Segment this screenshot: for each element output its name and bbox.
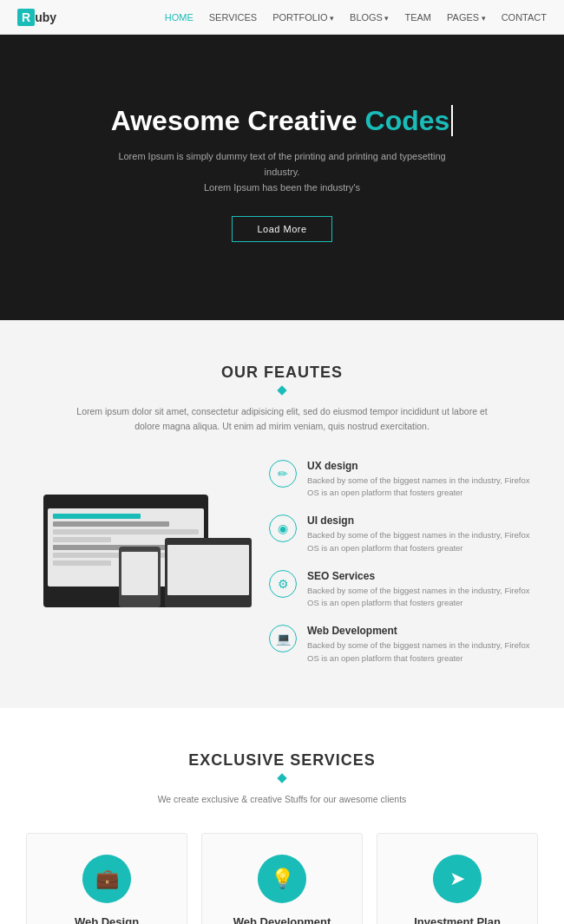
feature-desc-0: Backed by some of the biggest names in t… [307,475,538,500]
services-grid: 💼 Web Design Lorem ipsum is simply dummy… [26,833,538,924]
features-content: ✏ UX design Backed by some of the bigges… [26,460,538,665]
feature-icon-3: 💻 [269,625,297,652]
hero-subtitle: Lorem Ipsum is simply dummy text of the … [117,149,447,195]
feature-desc-3: Backed by some of the biggest names in t… [307,639,538,665]
feature-icon-0: ✏ [269,460,297,488]
feature-text-3: Web Development Backed by some of the bi… [307,625,538,665]
nav-portfolio[interactable]: PORTFOLIO [272,12,334,23]
load-more-button[interactable]: Load More [232,216,331,242]
logo-r: R [17,9,35,26]
feature-title-2: SEO Services [307,570,538,582]
feature-icon-2: ⚙ [269,570,297,598]
nav-services[interactable]: SERVICES [209,12,257,23]
feature-item: ◉ UI design Backed by some of the bigges… [269,514,538,554]
feature-item: 💻 Web Development Backed by some of the … [269,625,538,665]
feature-desc-2: Backed by some of the biggest names in t… [307,585,538,610]
features-image [26,460,252,607]
features-list: ✏ UX design Backed by some of the bigges… [269,460,538,665]
nav-pages[interactable]: PAGES [447,12,486,23]
feature-text-0: UX design Backed by some of the biggest … [307,460,538,500]
feature-text-1: UI design Backed by some of the biggest … [307,514,538,554]
service-card: 💼 Web Design Lorem ipsum is simply dummy… [26,833,187,924]
service-icon-0: 💼 [82,855,131,903]
services-section: EXCLUSIVE SERVICES We create exclusive &… [0,708,564,924]
hero-title-plain: Awesome Creative [111,105,365,136]
service-card: 💡 Web Development Lorem ipsum is simply … [201,833,363,924]
nav-links: HOME SERVICES PORTFOLIO BLOGS TEAM PAGES… [165,12,547,23]
service-icon-1: 💡 [258,855,306,903]
services-title: EXCLUSIVE SERVICES [26,751,538,770]
hero-section: Awesome Creative Codes Lorem Ipsum is si… [0,35,564,320]
features-title: OUR FEAUTES [26,364,538,382]
features-section: OUR FEAUTES Lorem ipsum dolor sit amet, … [0,320,564,708]
service-card: ➤ Investment Plan Lorem ipsum is simply … [377,833,538,924]
feature-text-2: SEO Services Backed by some of the bigge… [307,570,538,610]
feature-item: ✏ UX design Backed by some of the bigges… [269,460,538,500]
service-title-1: Web Development [216,915,348,924]
service-title-0: Web Design [41,915,173,924]
nav-contact[interactable]: CONTACT [502,12,547,23]
hero-title: Awesome Creative Codes [111,104,454,137]
nav-team[interactable]: TEAM [404,12,431,23]
services-divider [26,775,538,782]
feature-icon-1: ◉ [269,514,297,542]
feature-title-1: UI design [307,514,538,527]
features-divider [26,387,538,394]
features-subtitle: Lorem ipsum dolor sit amet, consectetur … [65,404,499,434]
screen-tablet [165,538,252,607]
service-title-2: Investment Plan [391,915,523,924]
feature-title-3: Web Development [307,625,538,637]
nav-home[interactable]: HOME [165,12,193,23]
feature-desc-1: Backed by some of the biggest names in t… [307,529,538,554]
logo[interactable]: R uby [17,9,56,26]
navbar: R uby HOME SERVICES PORTFOLIO BLOGS TEAM… [0,0,564,35]
feature-title-0: UX design [307,460,538,472]
mock-screens [26,460,252,607]
services-subtitle: We create exclusive & creative Stuffs fo… [65,792,499,807]
nav-blogs[interactable]: BLOGS [350,12,389,23]
screen-phone [119,547,161,607]
feature-item: ⚙ SEO Services Backed by some of the big… [269,570,538,610]
service-icon-2: ➤ [433,855,482,903]
logo-text: uby [35,10,56,24]
hero-title-teal: Codes [365,105,454,136]
